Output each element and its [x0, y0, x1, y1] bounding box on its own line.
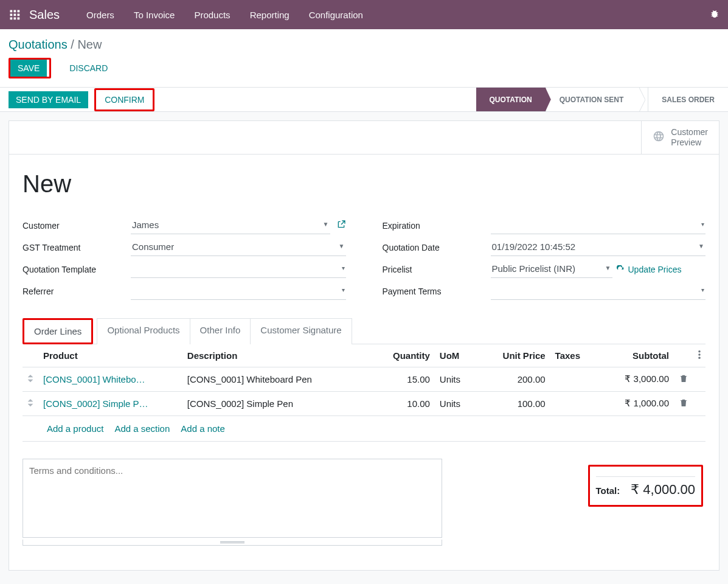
qdate-label: Quotation Date [383, 243, 491, 252]
nav-products[interactable]: Products [184, 10, 240, 20]
payment-label: Payment Terms [383, 287, 491, 296]
row0-taxes[interactable] [550, 367, 599, 391]
order-lines-table: Product Description Quantity UoM Unit Pr… [23, 344, 705, 416]
caret-down-icon: ▼ [698, 243, 704, 249]
customer-preview-l2: Preview [671, 137, 708, 148]
status-quotation-sent[interactable]: QUOTATION SENT [546, 88, 637, 111]
save-highlight: SAVE [9, 58, 51, 78]
terms-box [23, 459, 442, 546]
row0-qty[interactable]: 15.00 [370, 367, 435, 391]
row1-taxes[interactable] [550, 391, 599, 415]
tab-optional-products[interactable]: Optional Products [97, 318, 190, 344]
row0-uom[interactable]: Units [435, 367, 477, 391]
tabs: Order Lines Optional Products Other Info… [23, 318, 705, 344]
row0-subtotal: ₹ 3,000.00 [599, 367, 674, 391]
svg-rect-5 [18, 14, 20, 16]
svg-rect-3 [10, 14, 13, 16]
svg-rect-1 [14, 10, 16, 13]
tab-other-info[interactable]: Other Info [190, 318, 251, 344]
pricelist-field[interactable]: Public Pricelist (INR)▼ [491, 261, 612, 278]
customer-field[interactable]: James▼ [131, 217, 330, 234]
row1-description[interactable]: [CONS_0002] Simple Pen [182, 391, 370, 415]
resize-handle-icon[interactable] [23, 540, 442, 546]
th-taxes: Taxes [550, 344, 599, 367]
refresh-icon [616, 265, 625, 274]
table-row[interactable]: [CONS_0001] Whitebo… [CONS_0001] Whitebo… [23, 367, 705, 391]
table-row[interactable]: [CONS_0002] Simple P… [CONS_0002] Simple… [23, 391, 705, 415]
subheader: Quotations / New SAVE DISCARD [0, 29, 728, 87]
breadcrumb-sep: / [71, 38, 74, 51]
svg-rect-0 [10, 10, 13, 13]
row1-product[interactable]: [CONS_0002] Simple P… [43, 398, 148, 409]
globe-icon [653, 130, 665, 144]
drag-handle-icon[interactable] [23, 367, 38, 391]
customer-value: James [132, 220, 159, 230]
gst-field[interactable]: Consumer▼ [131, 239, 346, 256]
trash-icon[interactable] [679, 375, 688, 385]
status-sep-icon [637, 88, 648, 111]
qdate-value: 01/19/2022 10:45:52 [492, 242, 576, 252]
save-button[interactable]: SAVE [10, 60, 47, 77]
caret-down-icon: ▼ [339, 243, 345, 249]
svg-point-10 [698, 353, 701, 356]
row1-uom[interactable]: Units [435, 391, 477, 415]
template-field[interactable]: ▾ [131, 261, 346, 278]
row1-qty[interactable]: 10.00 [370, 391, 435, 415]
nav-to-invoice[interactable]: To Invoice [124, 10, 185, 20]
qdate-field[interactable]: 01/19/2022 10:45:52▼ [491, 239, 706, 256]
add-links: Add a product Add a section Add a note [23, 416, 705, 442]
send-by-email-button[interactable]: SEND BY EMAIL [9, 91, 88, 108]
add-section-link[interactable]: Add a section [114, 423, 170, 434]
gst-value: Consumer [132, 242, 174, 252]
nav-orders[interactable]: Orders [77, 10, 124, 20]
bug-icon[interactable] [710, 9, 719, 21]
confirm-button[interactable]: CONFIRM [96, 90, 153, 109]
row0-unit[interactable]: 200.00 [477, 367, 550, 391]
svg-rect-2 [18, 10, 20, 13]
caret-down-icon: ▾ [701, 287, 704, 293]
breadcrumb-current: New [77, 38, 102, 51]
total-label: Total: [596, 485, 620, 496]
app-brand[interactable]: Sales [29, 8, 60, 22]
status-quotation[interactable]: QUOTATION [476, 88, 546, 111]
referrer-field[interactable]: ▾ [131, 283, 346, 300]
status-bar: QUOTATION QUOTATION SENT SALES ORDER [476, 88, 728, 111]
kebab-icon[interactable] [698, 350, 701, 361]
breadcrumb: Quotations / New [9, 38, 719, 52]
th-description: Description [182, 344, 370, 367]
drag-handle-icon[interactable] [23, 391, 38, 415]
row0-product[interactable]: [CONS_0001] Whitebo… [43, 374, 145, 384]
total-value: ₹ 4,000.00 [631, 482, 695, 498]
confirm-highlight: CONFIRM [94, 88, 154, 111]
status-sales-order[interactable]: SALES ORDER [648, 88, 728, 111]
update-prices-button[interactable]: Update Prices [616, 265, 682, 274]
svg-point-11 [698, 356, 701, 359]
row0-description[interactable]: [CONS_0001] Whiteboard Pen [182, 367, 370, 391]
nav-menu: Orders To Invoice Products Reporting Con… [77, 10, 373, 20]
nav-reporting[interactable]: Reporting [240, 10, 299, 20]
svg-rect-4 [14, 14, 16, 16]
referrer-label: Referrer [23, 287, 131, 296]
expiration-field[interactable]: ▾ [491, 217, 706, 234]
th-subtotal: Subtotal [599, 344, 674, 367]
breadcrumb-root[interactable]: Quotations [9, 38, 68, 51]
customer-preview-button[interactable]: Customer Preview [641, 121, 719, 154]
th-product: Product [38, 344, 182, 367]
order-lines-highlight: Order Lines [23, 318, 93, 344]
discard-button[interactable]: DISCARD [62, 60, 115, 77]
nav-configuration[interactable]: Configuration [299, 10, 373, 20]
row1-subtotal: ₹ 1,000.00 [599, 391, 674, 415]
external-link-icon[interactable] [336, 220, 346, 231]
apps-icon[interactable] [9, 9, 21, 21]
update-prices-label: Update Prices [628, 265, 682, 274]
tab-order-lines[interactable]: Order Lines [24, 320, 91, 342]
terms-textarea[interactable] [23, 459, 442, 538]
svg-rect-7 [14, 18, 16, 20]
customer-preview-l1: Customer [671, 127, 708, 137]
add-product-link[interactable]: Add a product [47, 423, 103, 434]
add-note-link[interactable]: Add a note [181, 423, 225, 434]
tab-customer-signature[interactable]: Customer Signature [250, 318, 352, 344]
trash-icon[interactable] [679, 399, 688, 409]
row1-unit[interactable]: 100.00 [477, 391, 550, 415]
payment-field[interactable]: ▾ [491, 283, 706, 300]
